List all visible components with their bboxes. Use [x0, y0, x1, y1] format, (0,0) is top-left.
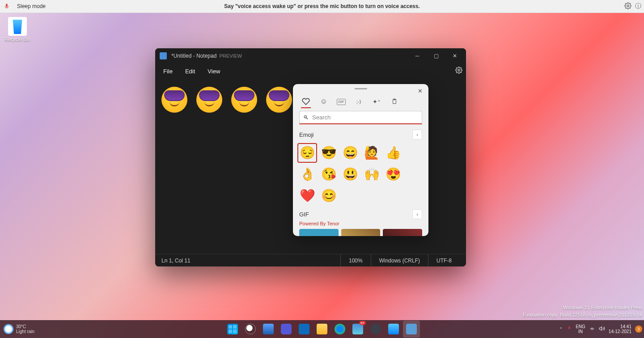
mic-button[interactable] — [1, 0, 13, 12]
voice-settings-icon[interactable] — [624, 2, 631, 11]
status-encoding: UTF-8 — [428, 254, 460, 266]
emoji-expand-button[interactable]: › — [412, 130, 422, 139]
emoji-panel: ✕ ☺ GIF ;-) ✦⁺ 🔍︎ Search Emoji › 😔 😎 😄 🙋… — [293, 84, 428, 236]
editor-emoji — [231, 87, 257, 113]
status-zoom[interactable]: 100% — [340, 254, 371, 266]
emoji-hand-raise[interactable]: 🙋 — [362, 143, 381, 163]
status-line-ending: Windows (CRLF) — [371, 254, 428, 266]
taskview-button[interactable] — [260, 321, 277, 338]
voice-message-text: Say "voice access wake up" or press the … — [224, 3, 420, 9]
search-placeholder: Search — [312, 114, 330, 121]
weather-icon — [4, 324, 13, 334]
emoji-heart-eyes[interactable]: 😍 — [383, 165, 403, 184]
status-position: Ln 1, Col 11 — [161, 258, 191, 264]
mail-button[interactable] — [296, 321, 313, 338]
emoji-kiss[interactable]: 😘 — [319, 165, 339, 184]
tab-clipboard[interactable] — [390, 96, 399, 108]
tab-kaomoji[interactable]: ;-) — [354, 96, 364, 108]
file-explorer-button[interactable] — [314, 321, 330, 338]
taskbar-weather[interactable]: 30°C Light rain — [4, 324, 34, 334]
close-button[interactable]: ✕ — [445, 49, 464, 63]
tab-symbols[interactable]: ✦⁺ — [372, 96, 381, 108]
recycle-bin[interactable]: Recycle Bin — [4, 17, 31, 42]
menu-file[interactable]: File — [159, 66, 177, 76]
tab-gif[interactable]: GIF — [337, 99, 346, 105]
emoji-pensive[interactable]: 😔 — [297, 143, 317, 163]
gif-thumb[interactable] — [299, 229, 339, 236]
editor-emoji — [161, 87, 187, 113]
search-button[interactable] — [242, 321, 259, 338]
gif-provider-text: Powered By Tenor — [293, 221, 428, 226]
start-button[interactable] — [224, 321, 241, 338]
tab-recent[interactable] — [301, 96, 311, 108]
svg-point-0 — [627, 5, 629, 7]
tray-mic-icon[interactable] — [567, 326, 572, 332]
store-badge: 97 — [359, 321, 366, 325]
notification-badge[interactable]: 3 — [635, 325, 642, 333]
tray-overflow-icon[interactable]: ˄ — [559, 327, 563, 332]
titlebar[interactable]: *Untitled - Notepad PREVIEW ─ ▢ ✕ — [155, 48, 466, 63]
svg-point-1 — [458, 69, 460, 71]
recycle-bin-label: Recycle Bin — [4, 37, 31, 42]
tray-volume-icon[interactable] — [599, 325, 605, 333]
window-title-suffix: PREVIEW — [219, 53, 242, 59]
voice-help-icon[interactable]: ⓘ — [635, 2, 641, 10]
notepad-task-button[interactable] — [403, 321, 420, 338]
notepad-settings-icon[interactable] — [455, 67, 462, 76]
emoji-thumbs-up[interactable]: 👍 — [383, 143, 403, 163]
menubar: File Edit View — [155, 63, 466, 79]
maximize-button[interactable]: ▢ — [427, 49, 445, 63]
gif-thumb[interactable] — [341, 229, 381, 236]
system-tray: ˄ ENG IN 14:41 14-12-2021 3 — [559, 324, 642, 334]
emoji-ok-hand[interactable]: 👌 — [297, 165, 317, 184]
tab-emoji[interactable]: ☺ — [319, 96, 329, 108]
search-input[interactable]: 🔍︎ Search — [299, 111, 422, 124]
notepad-app-icon — [160, 52, 167, 59]
minimize-button[interactable]: ─ — [408, 49, 427, 63]
windows-watermark: Windows 11 Enterprise Insider Previ Eval… — [523, 304, 642, 318]
emoji-grin[interactable]: 😄 — [340, 143, 360, 163]
menu-view[interactable]: View — [203, 66, 225, 76]
emoji-smile-open[interactable]: 😃 — [340, 165, 360, 184]
panel-drag-handle[interactable]: ✕ — [293, 84, 428, 93]
window-title: *Untitled - Notepad — [171, 53, 216, 59]
editor-emoji — [196, 87, 222, 113]
settings-button[interactable] — [367, 321, 384, 338]
tray-clock[interactable]: 14:41 14-12-2021 — [609, 324, 631, 334]
search-icon: 🔍︎ — [303, 114, 309, 121]
chat-button[interactable] — [278, 321, 295, 338]
voice-app-button[interactable] — [385, 321, 402, 338]
store-button[interactable]: 97 — [349, 321, 366, 338]
emoji-grid: 😔 😎 😄 🙋 👍 👌 😘 😃 🙌 😍 ❤️ 😊 — [293, 141, 428, 207]
edge-button[interactable] — [331, 321, 348, 338]
weather-temp: 30°C — [16, 324, 34, 329]
statusbar: Ln 1, Col 11 100% Windows (CRLF) UTF-8 — [155, 254, 466, 266]
section-gif-header: GIF — [299, 211, 309, 218]
menu-edit[interactable]: Edit — [181, 66, 199, 76]
editor-emoji — [266, 87, 292, 113]
weather-desc: Light rain — [16, 329, 34, 334]
emoji-raised-hands[interactable]: 🙌 — [362, 165, 381, 184]
voice-access-bar: Sleep mode Say "voice access wake up" or… — [0, 0, 644, 13]
emoji-blush[interactable]: 😊 — [319, 186, 339, 206]
emoji-heart[interactable]: ❤️ — [297, 186, 317, 206]
tray-language[interactable]: ENG IN — [576, 324, 585, 334]
voice-status-text: Sleep mode — [17, 3, 46, 9]
tray-wifi-icon[interactable] — [589, 325, 595, 333]
panel-close-button[interactable]: ✕ — [415, 86, 425, 96]
taskbar-apps: 97 — [224, 321, 420, 338]
emoji-sunglasses[interactable]: 😎 — [319, 143, 339, 163]
gif-thumb[interactable] — [383, 229, 422, 236]
section-emoji-header: Emoji — [299, 131, 314, 138]
gif-expand-button[interactable]: › — [412, 209, 422, 219]
taskbar: 30°C Light rain 97 ˄ ENG IN 14:41 — [0, 320, 644, 338]
recycle-bin-icon — [8, 17, 27, 36]
panel-tabs: ☺ GIF ;-) ✦⁺ — [293, 93, 428, 111]
